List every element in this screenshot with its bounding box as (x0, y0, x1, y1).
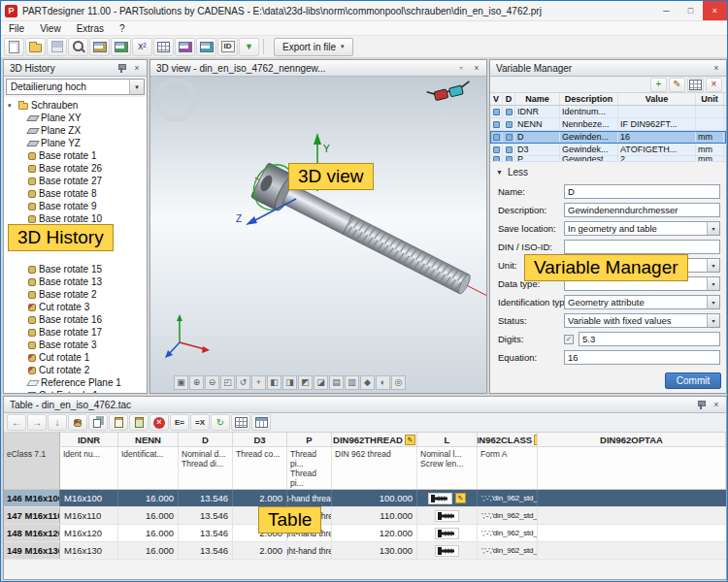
viewport-tool-button[interactable]: ▤ (329, 375, 344, 390)
tree-item[interactable]: Plane YZ (4, 137, 147, 149)
toolbar-button[interactable] (88, 414, 108, 431)
tree-item[interactable]: Base rotate 27 (4, 175, 147, 187)
digits-checkbox[interactable]: ✓ (564, 335, 574, 344)
table-row[interactable]: 147 M16x110 M16x110 16.000 13.546 2.000 … (4, 507, 726, 525)
tree-item[interactable]: Base rotate 13 (4, 275, 147, 288)
tree-item[interactable] (4, 250, 147, 263)
menu-item[interactable]: ? (112, 23, 133, 34)
toolbar-button[interactable]: ← (7, 414, 26, 431)
toolbar-button[interactable] (129, 414, 149, 431)
save-location-select[interactable]: In geometry and table ▾ (564, 221, 720, 236)
toolbar-button[interactable] (153, 38, 174, 56)
viewport-tool-button[interactable]: ◩ (298, 375, 313, 390)
toolbar-button[interactable]: ▼ (239, 38, 259, 56)
tree-item[interactable]: Base rotate 16 (4, 313, 147, 326)
toolbar-button[interactable] (89, 38, 110, 56)
viewport-tool-button[interactable]: ↺ (236, 375, 250, 390)
menu-item[interactable]: View (32, 23, 69, 34)
tree-item[interactable]: Base rotate 9 (4, 200, 147, 212)
tree-item[interactable]: Reference Plane 1 (4, 376, 147, 389)
variable-row[interactable]: NENN Nennbeze... IF DIN962FT... (490, 118, 726, 131)
toolbar-button[interactable]: ↓ (48, 414, 67, 431)
toolbar-button[interactable] (687, 78, 704, 92)
table-row[interactable]: 146 M16x100 M16x100 16.000 13.546 2.000 … (4, 490, 726, 507)
maximize-button[interactable]: □ (678, 1, 703, 20)
table-row[interactable]: 149 M16x130 M16x130 16.000 13.546 2.000 … (4, 542, 726, 560)
tree-item[interactable]: Cut rotate 3 (4, 301, 147, 313)
float-icon[interactable]: ▫ (454, 62, 468, 75)
variable-column-header[interactable]: Description (560, 93, 618, 105)
viewport-tool-button[interactable]: ⊕ (189, 375, 204, 390)
description-input[interactable] (564, 203, 720, 217)
tree-item[interactable]: Base rotate 3 (4, 339, 147, 351)
toolbar-button[interactable] (111, 38, 131, 56)
toolbar-button[interactable] (196, 38, 216, 56)
toolbar-button[interactable] (4, 38, 24, 56)
toolbar-button[interactable] (109, 414, 128, 431)
variable-row[interactable]: IDNR Identnum... (490, 106, 726, 118)
eclass-label[interactable]: eClass 7.1 (4, 447, 60, 489)
viewport-tool-button[interactable]: + (251, 375, 266, 390)
toolbar-button[interactable] (251, 414, 271, 431)
viewport-tool-button[interactable]: ▣ (174, 375, 188, 390)
close-icon[interactable]: × (130, 62, 144, 75)
digits-input[interactable] (579, 332, 720, 346)
toolbar-button[interactable]: × (149, 414, 169, 431)
variable-column-header[interactable]: D (503, 93, 515, 105)
variable-row[interactable]: D Gewinden... 16 mm (490, 131, 726, 144)
expander-icon[interactable]: ▾ (8, 102, 16, 110)
toolbar-button[interactable]: ID (217, 38, 238, 56)
toolbar-button[interactable] (25, 38, 46, 56)
menu-item[interactable]: File (1, 23, 32, 34)
column-header[interactable]: NENN ✎ (118, 433, 179, 446)
column-header[interactable]: DIN962CLASS ✎ (478, 433, 538, 446)
tree-item[interactable]: Plane XY (4, 112, 147, 124)
identification-select[interactable]: Geometry attribute ▾ (564, 295, 720, 309)
viewport-tool-button[interactable]: ◧ (267, 375, 281, 390)
toolbar-button[interactable]: × (706, 78, 722, 92)
tree-item[interactable]: Base rotate 26 (4, 162, 147, 175)
viewport-tool-button[interactable]: ▥ (345, 375, 359, 390)
toolbar-button[interactable]: x² (132, 38, 152, 56)
toolbar-button[interactable]: ✎ (669, 78, 685, 92)
tree-item[interactable]: Base rotate 17 (4, 326, 147, 339)
viewport-tool-button[interactable]: ◆ (360, 375, 375, 390)
less-expander[interactable]: ▼ Less (490, 165, 726, 178)
tree-item[interactable]: Base rotate 15 (4, 263, 147, 275)
row-header-cell[interactable]: 148 M16x120 (4, 525, 60, 541)
table-row[interactable]: 148 M16x120 M16x120 16.000 13.546 2.000 … (4, 525, 726, 542)
row-header-cell[interactable]: 147 M16x110 (4, 507, 60, 524)
tree-item[interactable]: Base rotate 1 (4, 149, 147, 162)
tree-item[interactable]: Cut Extrude 1 (4, 389, 147, 393)
variable-column-header[interactable]: V (490, 93, 503, 105)
toolbar-button[interactable] (231, 414, 250, 431)
tree-item[interactable]: Cut rotate 1 (4, 351, 147, 364)
toolbar-button[interactable]: E= (170, 414, 189, 431)
column-header[interactable]: L ✎ (417, 433, 478, 446)
status-select[interactable]: Variable with fixed values ▾ (564, 313, 720, 328)
viewport-tool-button[interactable]: ◎ (391, 375, 406, 390)
commit-button[interactable]: Commit (665, 372, 721, 389)
viewport-tool-button[interactable]: ⊖ (205, 375, 219, 390)
variable-column-header[interactable]: Name (515, 93, 560, 105)
row-header-cell[interactable]: 149 M16x130 (4, 542, 60, 559)
column-header[interactable]: D3 ✎ (233, 433, 287, 446)
column-header[interactable]: P ✎ (287, 433, 332, 446)
menu-item[interactable]: Extras (69, 23, 112, 34)
name-input[interactable] (564, 184, 720, 199)
close-icon[interactable]: × (710, 62, 723, 75)
din-iso-input[interactable] (564, 240, 720, 254)
variable-column-header[interactable]: Unit (696, 93, 724, 105)
close-icon[interactable]: × (470, 62, 483, 75)
toolbar-button[interactable]: → (27, 414, 47, 431)
pin-icon[interactable] (115, 62, 128, 75)
variable-row[interactable]: P Gewindest... 2 mm (490, 156, 726, 162)
variable-column-header[interactable]: Value (618, 93, 696, 105)
tree-root[interactable]: ▾ Schrauben (4, 99, 147, 112)
viewport-tool-button[interactable]: ◪ (314, 375, 328, 390)
pin-icon[interactable] (694, 399, 708, 411)
row-header-cell[interactable]: 146 M16x100 (4, 490, 60, 506)
viewport-tool-button[interactable]: ◰ (220, 375, 235, 390)
close-button[interactable]: × (703, 1, 727, 20)
toolbar-button[interactable] (68, 38, 88, 56)
